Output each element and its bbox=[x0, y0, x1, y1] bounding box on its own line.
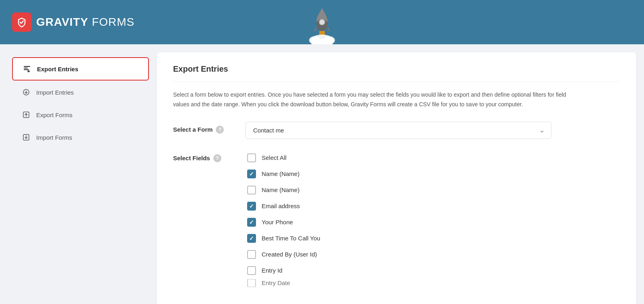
checkbox-item-select-all[interactable]: Select All bbox=[246, 150, 551, 165]
checkbox-item-created-by[interactable]: Created By (User Id) bbox=[246, 247, 551, 262]
import-forms-icon bbox=[22, 133, 31, 142]
checkbox-item-email[interactable]: Email address bbox=[246, 199, 551, 214]
sidebar-item-export-forms-label: Export Forms bbox=[36, 112, 72, 118]
select-form-content: Contact me ⌄ bbox=[246, 122, 551, 139]
main-wrapper: Export Entries Import Entries Export bbox=[0, 44, 644, 304]
checkbox-email[interactable] bbox=[247, 202, 256, 211]
checkbox-name-2[interactable] bbox=[247, 186, 256, 194]
svg-rect-8 bbox=[24, 68, 28, 68]
checkbox-label-created-by: Created By (User Id) bbox=[262, 251, 317, 258]
title-divider bbox=[173, 82, 620, 82]
checkbox-item-entry-date[interactable]: Entry Date bbox=[246, 279, 551, 287]
checkbox-item-best-time[interactable]: Best Time To Call You bbox=[246, 231, 551, 246]
checkbox-item-name-2[interactable]: Name (Name) bbox=[246, 182, 551, 198]
svg-rect-7 bbox=[24, 66, 30, 67]
checkbox-created-by[interactable] bbox=[247, 250, 256, 259]
checkbox-label-name-1: Name (Name) bbox=[262, 170, 299, 177]
svg-point-1 bbox=[319, 19, 325, 25]
rocket-illustration bbox=[306, 4, 338, 44]
import-entries-icon bbox=[22, 88, 31, 97]
checkbox-item-phone[interactable]: Your Phone bbox=[246, 215, 551, 230]
sidebar-item-import-forms-label: Import Forms bbox=[36, 134, 72, 141]
sidebar-item-import-entries-label: Import Entries bbox=[36, 89, 74, 96]
content-description: Select a form below to export entries. O… bbox=[173, 90, 576, 110]
select-form-section: Select a Form ? Contact me ⌄ bbox=[173, 122, 620, 139]
checkbox-label-email: Email address bbox=[262, 203, 300, 209]
logo-text: GRAVITY FORMS bbox=[36, 16, 134, 29]
checkbox-select-all[interactable] bbox=[247, 153, 256, 162]
logo-area: GRAVITY FORMS bbox=[12, 12, 134, 32]
form-select-wrapper: Contact me ⌄ bbox=[246, 122, 551, 139]
checkbox-label-name-2: Name (Name) bbox=[262, 186, 299, 193]
content-area: Export Entries Select a form below to ex… bbox=[157, 52, 636, 304]
export-entries-icon bbox=[23, 64, 31, 73]
select-fields-label: Select Fields ? bbox=[173, 150, 237, 162]
export-forms-icon bbox=[22, 110, 31, 119]
checkbox-best-time[interactable] bbox=[247, 234, 256, 243]
form-select[interactable]: Contact me bbox=[246, 122, 551, 139]
page-title: Export Entries bbox=[173, 64, 620, 74]
checkbox-label-entry-date: Entry Date bbox=[262, 279, 290, 286]
checkbox-label-entry-id: Entry Id bbox=[262, 267, 283, 274]
fields-list-content: Select All Name (Name) Name (Name) bbox=[246, 150, 551, 287]
checkbox-label-select-all: Select All bbox=[262, 154, 287, 161]
sidebar-item-export-entries[interactable]: Export Entries bbox=[12, 57, 149, 81]
checkbox-name-1[interactable] bbox=[247, 170, 256, 178]
checkbox-label-phone: Your Phone bbox=[262, 219, 293, 225]
sidebar: Export Entries Import Entries Export bbox=[8, 52, 153, 304]
sidebar-item-export-entries-label: Export Entries bbox=[37, 66, 78, 72]
checkbox-phone[interactable] bbox=[247, 218, 256, 227]
select-fields-help-icon[interactable]: ? bbox=[213, 154, 221, 162]
checkbox-entry-date[interactable] bbox=[247, 279, 256, 287]
checkbox-item-name-1[interactable]: Name (Name) bbox=[246, 166, 551, 182]
svg-rect-9 bbox=[24, 69, 29, 70]
select-form-label: Select a Form ? bbox=[173, 122, 237, 134]
sidebar-item-import-forms[interactable]: Import Forms bbox=[12, 126, 149, 148]
logo-icon bbox=[12, 12, 31, 32]
select-form-help-icon[interactable]: ? bbox=[216, 126, 224, 134]
select-fields-section: Select Fields ? Select All Name (Name) bbox=[173, 150, 620, 287]
app-header: GRAVITY FORMS bbox=[0, 0, 644, 44]
checkbox-entry-id[interactable] bbox=[247, 266, 256, 275]
sidebar-item-import-entries[interactable]: Import Entries bbox=[12, 81, 149, 103]
checkbox-label-best-time: Best Time To Call You bbox=[262, 235, 320, 242]
sidebar-item-export-forms[interactable]: Export Forms bbox=[12, 104, 149, 126]
checkbox-item-entry-id[interactable]: Entry Id bbox=[246, 263, 551, 278]
fields-checkbox-list: Select All Name (Name) Name (Name) bbox=[246, 150, 551, 287]
